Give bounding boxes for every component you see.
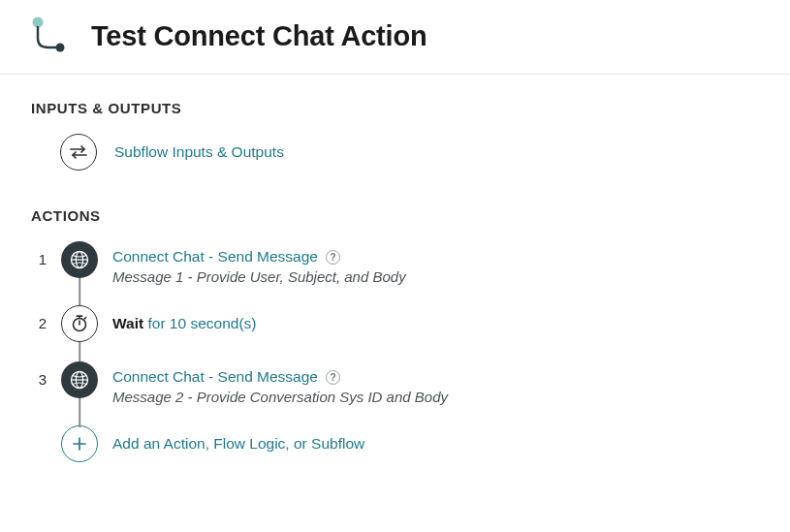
page-title: Test Connect Chat Action xyxy=(91,20,427,52)
subflow-io-link[interactable]: Subflow Inputs & Outputs xyxy=(114,143,284,161)
svg-line-11 xyxy=(84,318,86,319)
help-icon[interactable]: ? xyxy=(326,370,340,385)
page-header: Test Connect Chat Action xyxy=(0,0,790,75)
io-section-heading: INPUTS & OUTPUTS xyxy=(31,100,759,116)
wait-duration: for 10 second(s) xyxy=(143,315,256,331)
add-step-label[interactable]: Add an Action, Flow Logic, or Subflow xyxy=(112,435,364,453)
action-row: 1 Connect Chat - Send Message ? xyxy=(31,241,759,305)
svg-point-1 xyxy=(56,44,65,52)
action-description: Message 2 - Provide Conversation Sys ID … xyxy=(112,389,448,405)
stopwatch-icon xyxy=(61,305,98,342)
wait-step-link[interactable]: Wait for 10 second(s) xyxy=(112,305,256,332)
action-title-link[interactable]: Connect Chat - Send Message xyxy=(112,368,318,386)
globe-icon xyxy=(61,361,98,398)
action-row: 3 Connect Chat - Send Message ? xyxy=(31,361,759,425)
action-title-link[interactable]: Connect Chat - Send Message xyxy=(112,248,318,266)
globe-icon xyxy=(61,241,98,278)
action-description: Message 1 - Provide User, Subject, and B… xyxy=(112,268,406,285)
actions-section-heading: ACTIONS xyxy=(31,207,759,224)
help-icon[interactable]: ? xyxy=(326,250,340,265)
actions-list: 1 Connect Chat - Send Message ? xyxy=(31,241,759,462)
step-index: 2 xyxy=(31,305,47,331)
subflow-icon xyxy=(27,16,68,56)
step-index: 1 xyxy=(31,241,47,267)
content-area: INPUTS & OUTPUTS Subflow Inputs & Output… xyxy=(0,75,790,482)
add-button[interactable] xyxy=(61,425,98,462)
wait-row: 2 Wait for 10 second(s) xyxy=(31,305,759,361)
step-index: 3 xyxy=(31,361,47,388)
wait-label: Wait xyxy=(112,315,143,331)
add-step-row[interactable]: Add an Action, Flow Logic, or Subflow xyxy=(31,425,759,462)
subflow-io-row[interactable]: Subflow Inputs & Outputs xyxy=(60,134,759,171)
io-arrows-icon xyxy=(60,134,97,171)
